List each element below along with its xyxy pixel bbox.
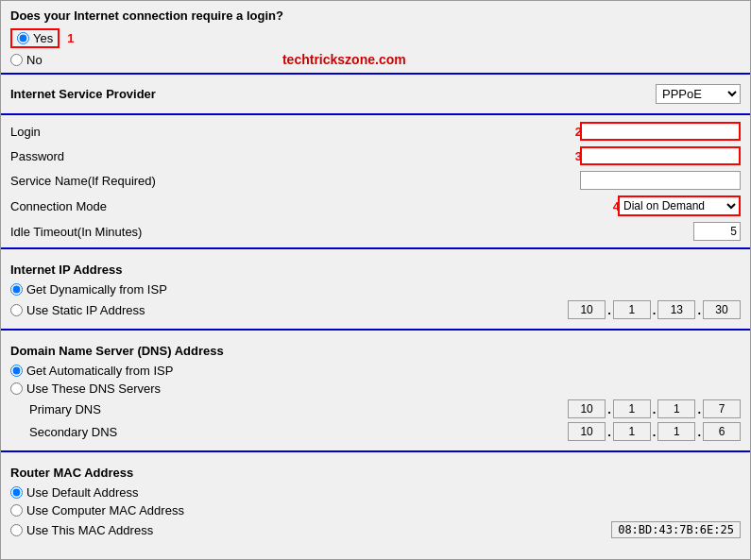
primary-dns-b[interactable] <box>613 399 651 418</box>
idle-timeout-row: Idle Timeout(In Minutes) <box>1 219 750 244</box>
no-label: No <box>26 53 43 67</box>
isp-label: Internet Service Provider <box>10 87 156 101</box>
use-default-label: Use Default Address <box>26 485 139 500</box>
mac-value: 08:BD:43:7B:6E:25 <box>611 521 741 538</box>
static-ip-group: . . . <box>568 300 741 319</box>
static-ip-a[interactable] <box>568 300 606 319</box>
use-static-label: Use Static IP Address <box>26 303 145 317</box>
no-radio[interactable] <box>10 54 23 66</box>
ip-dot-3: . <box>697 303 701 317</box>
divider-3 <box>1 247 750 249</box>
internet-ip-section: Internet IP Address Get Dynamically from… <box>1 253 750 325</box>
use-computer-radio[interactable] <box>10 504 23 517</box>
sdns-dot-2: . <box>653 425 657 439</box>
router-mac-section: Router MAC Address Use Default Address U… <box>1 456 750 544</box>
primary-dns-group: . . . <box>568 399 741 418</box>
static-ip-d[interactable] <box>703 300 741 319</box>
ip-dot-2: . <box>653 303 657 317</box>
question-text: Does your Internet connection require a … <box>1 1 750 26</box>
watermark: techtrickszone.com <box>43 52 646 67</box>
secondary-dns-a[interactable] <box>568 422 606 441</box>
secondary-dns-b[interactable] <box>613 422 651 441</box>
login-input[interactable] <box>580 122 741 141</box>
annotation-1: 1 <box>67 31 74 45</box>
use-computer-label: Use Computer MAC Address <box>26 503 184 518</box>
use-default-radio[interactable] <box>10 486 23 499</box>
annotation-3: 3 <box>575 149 582 163</box>
get-auto-dns-row: Get Automatically from ISP <box>10 362 741 380</box>
use-computer-row: Use Computer MAC Address <box>10 501 741 519</box>
yes-label: Yes <box>33 31 53 45</box>
use-default-row: Use Default Address <box>10 484 741 501</box>
secondary-dns-c[interactable] <box>657 422 695 441</box>
get-dynamic-radio[interactable] <box>10 283 23 296</box>
secondary-dns-d[interactable] <box>703 422 741 441</box>
primary-dns-c[interactable] <box>657 399 695 418</box>
connection-mode-label: Connection Mode <box>10 199 107 213</box>
connection-mode-select[interactable]: Dial on Demand Always On Manual <box>618 195 741 216</box>
password-input[interactable] <box>580 146 741 165</box>
primary-dns-row: Primary DNS . . . <box>10 398 741 420</box>
router-mac-title: Router MAC Address <box>10 460 741 484</box>
question-label: Does your Internet connection require a … <box>10 8 283 23</box>
idle-timeout-input[interactable] <box>693 222 741 241</box>
password-row: Password 3 <box>1 144 750 168</box>
get-auto-dns-radio[interactable] <box>10 365 23 377</box>
get-auto-dns-label: Get Automatically from ISP <box>26 364 173 378</box>
primary-dns-a[interactable] <box>568 399 606 418</box>
yes-radio[interactable] <box>17 32 29 44</box>
login-label: Login <box>10 125 41 139</box>
isp-select[interactable]: PPPoE PPTP L2TP <box>656 84 741 104</box>
primary-dns-d[interactable] <box>703 399 741 418</box>
get-dynamic-label: Get Dynamically from ISP <box>26 282 167 297</box>
isp-row: Internet Service Provider PPPoE PPTP L2T… <box>1 78 750 110</box>
divider-4 <box>1 329 750 331</box>
yes-radio-boxed: Yes <box>10 28 60 48</box>
service-name-input[interactable] <box>580 171 741 190</box>
pdns-dot-2: . <box>653 402 657 416</box>
password-label: Password <box>10 149 64 163</box>
divider-1 <box>1 73 750 75</box>
annotation-4: 4 <box>613 199 620 213</box>
service-name-row: Service Name(If Required) <box>1 168 750 193</box>
dns-section: Domain Name Server (DNS) Address Get Aut… <box>1 334 750 447</box>
use-this-mac-label: Use This MAC Address <box>26 523 153 537</box>
use-these-dns-row: Use These DNS Servers <box>10 380 741 398</box>
secondary-dns-group: . . . <box>568 422 741 441</box>
primary-dns-label: Primary DNS <box>29 402 101 416</box>
use-these-dns-radio[interactable] <box>10 382 23 395</box>
no-radio-container: No <box>10 53 43 67</box>
ip-dot-1: . <box>607 303 611 317</box>
use-this-mac-row: Use This MAC Address 08:BD:43:7B:6E:25 <box>10 519 741 540</box>
secondary-dns-row: Secondary DNS . . . <box>10 420 741 443</box>
sdns-dot-3: . <box>697 425 701 439</box>
dns-title: Domain Name Server (DNS) Address <box>10 338 741 362</box>
divider-5 <box>1 450 750 452</box>
get-dynamic-row: Get Dynamically from ISP <box>10 280 741 298</box>
login-row: Login 2 <box>1 119 750 144</box>
annotation-2: 2 <box>575 125 582 139</box>
idle-timeout-label: Idle Timeout(In Minutes) <box>10 225 142 239</box>
pdns-dot-3: . <box>697 402 701 416</box>
pdns-dot-1: . <box>607 402 611 416</box>
connection-mode-row: Connection Mode 4 Dial on Demand Always … <box>1 193 750 219</box>
static-ip-b[interactable] <box>613 300 651 319</box>
secondary-dns-label: Secondary DNS <box>29 425 117 439</box>
static-ip-c[interactable] <box>657 300 695 319</box>
sdns-dot-1: . <box>607 425 611 439</box>
internet-ip-title: Internet IP Address <box>10 257 741 280</box>
divider-2 <box>1 113 750 115</box>
use-static-row: Use Static IP Address . . . <box>10 298 741 321</box>
use-static-radio[interactable] <box>10 304 23 316</box>
use-this-mac-radio[interactable] <box>10 524 23 536</box>
service-name-label: Service Name(If Required) <box>10 174 156 188</box>
use-these-dns-label: Use These DNS Servers <box>26 382 161 396</box>
main-container: Does your Internet connection require a … <box>0 0 751 560</box>
